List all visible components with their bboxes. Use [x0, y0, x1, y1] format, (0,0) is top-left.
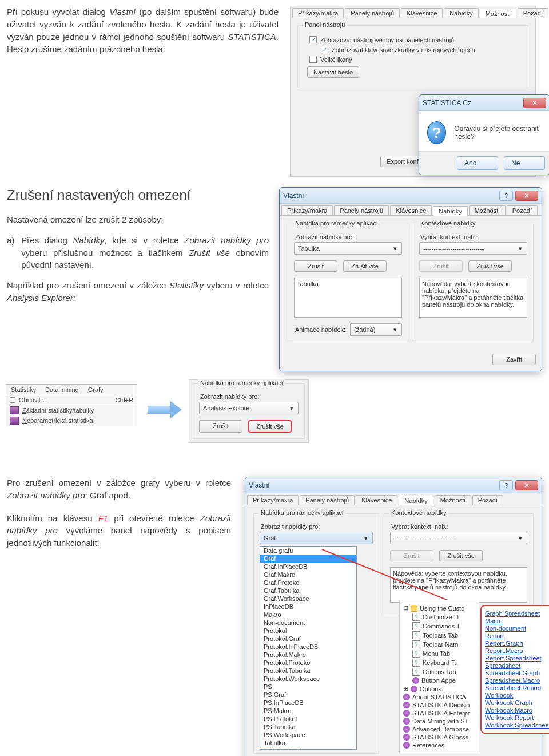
dropdown-option[interactable]: Protokol.Tabulka	[260, 667, 356, 675]
dropdown-option[interactable]: Protokol.Workspace	[260, 675, 356, 683]
btn-reset[interactable]: Zrušit	[294, 260, 337, 272]
dropdown-option[interactable]: PS.Workspace	[260, 731, 356, 739]
tab-background[interactable]: Pozadí	[518, 8, 548, 18]
dropdown-option[interactable]: PS.InPlaceDB	[260, 699, 356, 707]
menu-grafy[interactable]: Grafy	[83, 385, 108, 395]
help-link[interactable]: Graph Spreadsheet	[485, 610, 549, 617]
topic-icon	[403, 726, 410, 733]
menu-datamining[interactable]: Data mining	[41, 385, 83, 395]
btn-reset-all[interactable]: Zrušit vše	[343, 260, 387, 272]
tab-menus[interactable]: Nabídky	[433, 206, 467, 216]
dropdown-option[interactable]: InPlaceDB	[260, 603, 356, 611]
combo-analysis-explorer[interactable]: Analysis Explorer▾	[199, 402, 299, 414]
help-link[interactable]: Workbook.Report	[485, 714, 549, 721]
tab-commands[interactable]: Příkazy/makra	[281, 205, 333, 215]
combo-show-menus[interactable]: Tabulka▾	[294, 242, 402, 255]
tab-keyboard[interactable]: Klávesnice	[401, 8, 443, 18]
combo-show-menus-open[interactable]: Graf▾	[260, 532, 373, 544]
help-link[interactable]: Report.Spreadsheet	[485, 655, 549, 662]
dropdown-option[interactable]: PS.Protokol	[260, 715, 356, 723]
help-tree[interactable]: ⊟Using the Custo ?Customize D ?Commands …	[403, 604, 475, 749]
dropdown-option[interactable]: PS.Makro	[260, 707, 356, 715]
menu-statistiky[interactable]: Statistiky	[6, 385, 41, 395]
dropdown-option[interactable]: Protokol.Protokol	[260, 659, 356, 667]
checkbox-icon	[309, 56, 317, 63]
tab-background[interactable]: Pozadí	[507, 205, 538, 215]
dropdown-option[interactable]: Non-document	[260, 619, 356, 627]
help-link[interactable]: Spreadsheet.Report	[485, 684, 549, 691]
topic-icon	[403, 694, 410, 700]
tab-commands[interactable]: Příkazy/makra	[292, 8, 344, 18]
dropdown-option[interactable]: Tabulka	[260, 739, 356, 747]
chk-show-tooltips[interactable]: ✓ Zobrazovat nástrojové tipy na panelech…	[309, 36, 522, 43]
dropdown-option[interactable]: Graf.InPlaceDB	[260, 563, 356, 571]
help-link[interactable]: Spreadsheet	[485, 662, 549, 669]
combo-animation[interactable]: (žádná)▾	[350, 323, 402, 336]
dropdown-option[interactable]: Graf.Protokol	[260, 579, 356, 587]
help-link[interactable]: Macro	[485, 618, 549, 624]
tab-keyboard[interactable]: Klávesnice	[390, 205, 432, 215]
tab-commands[interactable]: Příkazy/makra	[247, 495, 299, 505]
help-link[interactable]: Report	[485, 632, 549, 639]
btn-set-password[interactable]: Nastavit heslo	[307, 66, 359, 78]
dropdown-option[interactable]: Data grafu	[260, 547, 356, 555]
chevron-down-icon: ▾	[288, 405, 296, 412]
tab-keyboard[interactable]: Klávesnice	[356, 495, 397, 505]
help-link[interactable]: Non-document	[485, 625, 549, 632]
combo-context[interactable]: -----------------------------▾	[419, 242, 527, 255]
dropdown-option[interactable]: Protokol.InPlaceDB	[260, 643, 356, 651]
textarea-framemenu[interactable]: Tabulka	[294, 278, 402, 318]
dropdown-option[interactable]: PS.Tabulka	[260, 723, 356, 731]
dropdown-option[interactable]: PS	[260, 683, 356, 691]
help-link[interactable]: Workbook.Graph	[485, 699, 549, 706]
btn-ctx-reset-all[interactable]: Zrušit vše	[468, 260, 512, 272]
tab-background[interactable]: Pozadí	[472, 495, 503, 505]
dropdown-option[interactable]: Graf.Workspace	[260, 595, 356, 603]
chk-show-shortcuts[interactable]: ✓ Zobrazovat klávesové zkratky v nástroj…	[321, 46, 522, 53]
btn-ctx-reset-all[interactable]: Zrušit vše	[439, 550, 483, 561]
help-link[interactable]: Workbook	[485, 692, 549, 699]
tab-options[interactable]: Možnosti	[480, 9, 516, 18]
help-link[interactable]: Report.Macro	[485, 647, 549, 654]
btn-no[interactable]: Ne	[504, 156, 545, 170]
btn-reset[interactable]: Zrušit	[199, 420, 242, 433]
tab-toolbars[interactable]: Panely nástrojů	[345, 8, 400, 18]
close-icon[interactable]: ✕	[523, 98, 546, 108]
tab-options[interactable]: Možnosti	[469, 205, 506, 215]
tab-menus[interactable]: Nabídky	[399, 496, 433, 505]
tab-toolbars[interactable]: Panely nástrojů	[300, 495, 355, 505]
close-icon[interactable]: ✕	[515, 480, 538, 490]
book-icon	[411, 605, 417, 612]
dropdown-option[interactable]: Graf	[260, 555, 356, 563]
help-link[interactable]: Workbook.Macro	[485, 707, 549, 714]
dropdown-option[interactable]: Makro	[260, 611, 356, 619]
page-icon: ?	[412, 659, 420, 667]
dropdown-option[interactable]: PS.Graf	[260, 691, 356, 699]
stats-icon	[10, 417, 19, 425]
dropdown-option[interactable]: Graf.Makro	[260, 571, 356, 579]
btn-close[interactable]: Zavřít	[492, 354, 536, 365]
dropdown-option[interactable]: Protokol.Graf	[260, 635, 356, 643]
tab-toolbars[interactable]: Panely nástrojů	[334, 205, 389, 215]
help-link[interactable]: Spreadsheet.Macro	[485, 677, 549, 684]
dropdown-option[interactable]: Protokol.Makro	[260, 651, 356, 659]
help-icon[interactable]: ?	[499, 480, 513, 490]
help-link[interactable]: Report.Graph	[485, 640, 549, 647]
chk-large-icons[interactable]: Velké ikony	[309, 56, 522, 63]
help-icon[interactable]: ?	[499, 191, 513, 201]
btn-yes[interactable]: Ano	[457, 156, 498, 170]
menu-item-basic-stats[interactable]: Základní statistiky/tabulky	[6, 405, 137, 415]
tab-menus[interactable]: Nabídky	[444, 8, 478, 18]
dropdown-option[interactable]: Protokol	[260, 627, 356, 635]
menu-item-nonparam[interactable]: Neparametrická statistika	[6, 415, 137, 426]
dropdown-option[interactable]: Tabulka.Graf	[260, 747, 356, 750]
help-link[interactable]: Spreadsheet.Graph	[485, 670, 549, 676]
btn-reset-all-highlighted[interactable]: Zrušit vše	[248, 420, 292, 433]
help-link[interactable]: Workbook.Spreadsheet	[485, 722, 549, 729]
menu-item-refresh[interactable]: OObnovit…bnovit… Ctrl+R	[6, 395, 137, 405]
combo-context[interactable]: -----------------------------▾	[390, 532, 527, 544]
close-icon[interactable]: ✕	[515, 191, 538, 201]
tab-options[interactable]: Možnosti	[435, 495, 471, 505]
dropdown-option[interactable]: Graf.Tabulka	[260, 587, 356, 595]
dropdown-list[interactable]: Data grafuGrafGraf.InPlaceDBGraf.MakroGr…	[260, 546, 357, 750]
